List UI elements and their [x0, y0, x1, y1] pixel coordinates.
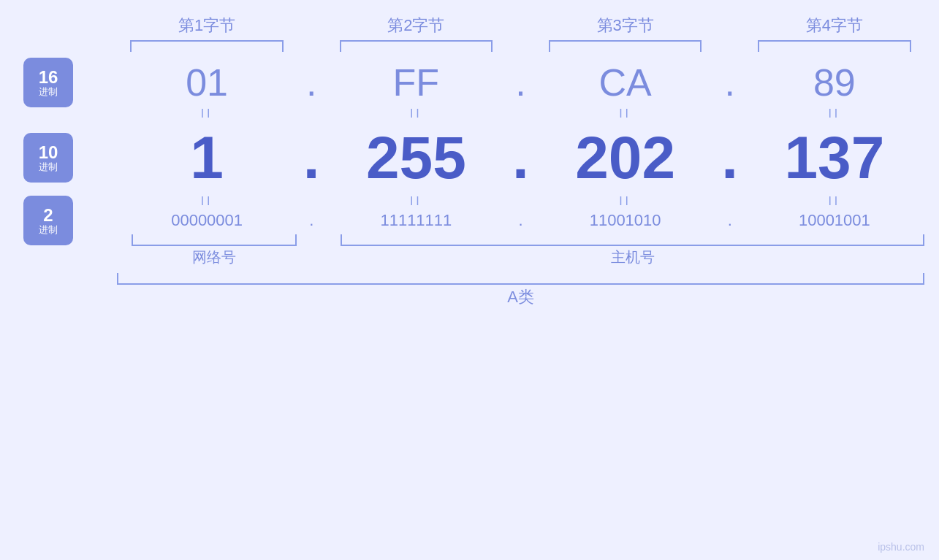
dec-label-badge: 10 进制 [23, 133, 73, 183]
hex-label-text: 进制 [39, 87, 58, 97]
dec-dot-2: . [506, 123, 536, 192]
hex-label-badge: 16 进制 [23, 58, 73, 107]
bin-label-text: 进制 [39, 225, 58, 235]
dec-val-1: 1 [117, 123, 297, 192]
bin-label-badge: 2 进制 [23, 196, 73, 245]
bin-label-num: 2 [43, 206, 53, 225]
hex-val-3: CA [536, 61, 715, 104]
watermark: ipshu.com [878, 541, 924, 553]
dec-label-num: 10 [39, 143, 58, 162]
host-label: 主机号 [611, 249, 655, 265]
bin-dot-1: . [297, 211, 326, 230]
bin-val-4: 10001001 [745, 211, 924, 230]
dec-val-2: 255 [326, 123, 506, 192]
bracket-top-1 [130, 40, 283, 52]
eq1-1: II [117, 107, 297, 120]
dec-label-text: 进制 [39, 162, 58, 172]
bracket-bottom-network [132, 234, 297, 246]
bracket-bottom-host [341, 234, 924, 246]
bracket-class [117, 273, 924, 285]
byte2-header: 第2字节 [326, 15, 506, 37]
hex-dot-3: . [715, 61, 745, 104]
eq1-2: II [326, 107, 506, 120]
byte1-header: 第1字节 [117, 15, 297, 37]
hex-label-num: 16 [39, 68, 58, 87]
byte3-header: 第3字节 [536, 15, 715, 37]
bracket-top-3 [549, 40, 702, 52]
eq2-3: II [536, 195, 715, 208]
eq2-1: II [117, 195, 297, 208]
eq2-2: II [326, 195, 506, 208]
bin-dot-3: . [715, 211, 745, 230]
bin-dot-2: . [506, 211, 536, 230]
eq2-4: II [745, 195, 924, 208]
bin-val-2: 11111111 [326, 211, 506, 230]
byte4-header: 第4字节 [745, 15, 924, 37]
class-label: A类 [507, 288, 534, 306]
bin-val-1: 00000001 [117, 211, 297, 230]
dec-val-4: 137 [745, 123, 924, 192]
hex-val-2: FF [326, 61, 506, 104]
dec-val-3: 202 [536, 123, 715, 192]
network-label: 网络号 [192, 249, 236, 265]
bracket-top-2 [340, 40, 493, 52]
hex-dot-2: . [506, 61, 536, 104]
hex-val-1: 01 [117, 61, 297, 104]
dec-dot-3: . [715, 123, 745, 192]
dec-dot-1: . [297, 123, 326, 192]
bracket-top-4 [758, 40, 911, 52]
eq1-4: II [745, 107, 924, 120]
eq1-3: II [536, 107, 715, 120]
hex-val-4: 89 [745, 61, 924, 104]
bin-val-3: 11001010 [536, 211, 715, 230]
hex-dot-1: . [297, 61, 326, 104]
